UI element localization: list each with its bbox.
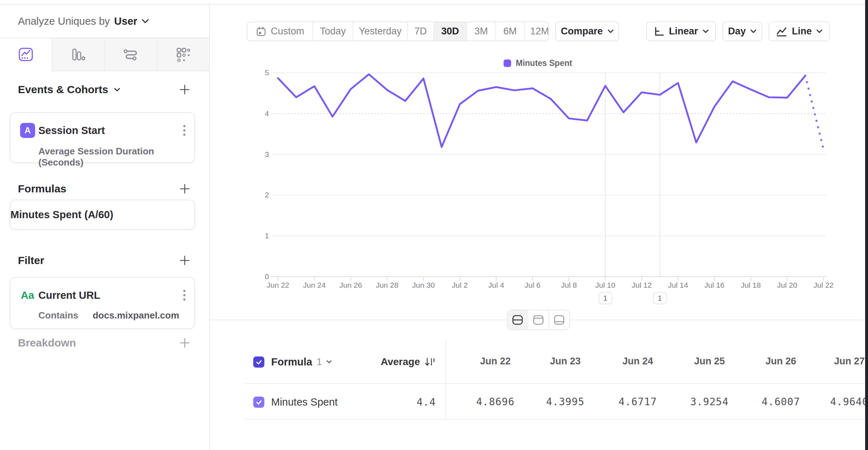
x-tick-label: Jul 16 <box>704 281 725 289</box>
filter-options-button[interactable] <box>183 288 187 303</box>
x-tick-label: Jul 12 <box>632 281 652 289</box>
scale-dropdown[interactable]: Linear <box>646 21 716 41</box>
table-date-header-jun-22: Jun 22 <box>456 356 535 367</box>
flow-icon <box>122 46 140 63</box>
x-tick-label: Jul 2 <box>452 281 468 289</box>
retention-grid-icon <box>175 46 192 63</box>
bottom-panel-icon <box>553 315 565 325</box>
table-row-average-value: 4.4 <box>344 393 436 411</box>
filter-title: Filter <box>18 254 44 267</box>
add-event-button[interactable] <box>178 82 192 97</box>
date-range-selector: CustomTodayYesterday7D30D3M6M12M <box>247 21 549 41</box>
tab-insights-line[interactable] <box>0 38 52 71</box>
checkmark-icon <box>255 358 263 366</box>
table-column-divider <box>445 340 446 419</box>
event-options-button[interactable] <box>183 124 187 138</box>
filter-property-name[interactable]: Current URL <box>38 288 100 303</box>
layout-split-view-button[interactable] <box>508 310 528 329</box>
x-tick-label: Jun 24 <box>303 281 326 289</box>
table-group-header[interactable]: Formula 1 <box>271 353 332 370</box>
date-range-7d[interactable]: 7D <box>407 22 433 40</box>
event-aggregation[interactable]: Average Session Duration (Seconds) <box>38 146 194 168</box>
table-date-header-jun-27: Jun 27 <box>810 356 868 367</box>
filter-operator[interactable]: Contains <box>38 310 78 321</box>
plus-icon <box>179 183 191 195</box>
date-range-label: Today <box>320 26 346 37</box>
row-checkbox[interactable] <box>253 397 264 408</box>
date-range-label: 12M <box>530 26 549 37</box>
select-all-checkbox[interactable] <box>253 356 264 368</box>
chevron-down-icon <box>816 29 822 33</box>
date-range-label: 6M <box>503 26 517 37</box>
filter-condition-row: Contains docs.mixpanel.com <box>38 310 179 321</box>
date-range-6m[interactable]: 6M <box>495 22 524 40</box>
date-range-today[interactable]: Today <box>312 22 353 40</box>
tab-bar-chart[interactable] <box>52 38 104 71</box>
series-line-incomplete-segment <box>805 76 824 149</box>
analyze-uniques-row: Analyze Uniques by User <box>18 13 149 29</box>
date-range-custom[interactable]: Custom <box>247 22 312 40</box>
layout-table-only-button[interactable] <box>548 310 569 329</box>
granularity-dropdown[interactable]: Day <box>722 21 762 41</box>
date-range-label: Yesterday <box>359 26 401 37</box>
group-header-index: 1 <box>316 356 322 368</box>
compare-button[interactable]: Compare <box>555 21 619 41</box>
bar-chart-icon <box>70 46 86 63</box>
formulas-header: Formulas <box>18 181 66 197</box>
date-range-12m[interactable]: 12M <box>524 22 549 40</box>
table-row-divider <box>245 419 865 420</box>
y-tick-label-3: 3 <box>265 150 269 158</box>
table-cell-value: 4.6717 <box>598 396 677 408</box>
date-range-label: 7D <box>414 26 427 37</box>
sort-descending-icon <box>424 357 436 367</box>
y-tick-label-2: 2 <box>265 191 269 199</box>
compare-label: Compare <box>561 26 603 37</box>
linear-scale-icon <box>654 27 664 37</box>
table-date-header-jun-24: Jun 24 <box>598 356 677 367</box>
x-tick-label: Jul 10 <box>595 281 615 289</box>
add-filter-button[interactable] <box>178 253 192 268</box>
y-tick-label-0: 0 <box>265 272 269 281</box>
formula-name[interactable]: Minutes Spent (A/60) <box>10 200 194 229</box>
date-range-30d[interactable]: 30D <box>433 22 466 40</box>
tab-flow[interactable] <box>104 38 157 71</box>
chart-legend[interactable]: Minutes Spent <box>504 58 572 68</box>
insights-line-chart-icon <box>18 46 34 63</box>
layout-chart-only-button[interactable] <box>528 310 548 329</box>
chart-type-dropdown[interactable]: Line <box>769 21 830 41</box>
events-cohorts-header: Events & Cohorts <box>18 82 120 97</box>
event-card-session-start[interactable]: A Session Start Average Session Duration… <box>10 112 195 163</box>
add-formula-button[interactable] <box>178 182 192 196</box>
table-cell-value: 4.6007 <box>741 396 820 408</box>
filter-card-current-url[interactable]: Aa Current URL Contains docs.mixpanel.co… <box>10 277 195 329</box>
plus-icon <box>179 254 191 267</box>
x-tick-label: Jul 6 <box>525 281 541 289</box>
x-tick-label: Jul 8 <box>561 281 577 289</box>
annotation-marker-Jul 10[interactable]: 1 <box>599 292 612 304</box>
average-column-header[interactable]: Average <box>344 353 436 370</box>
add-breakdown-button[interactable] <box>178 336 192 350</box>
table-header-divider <box>245 383 865 384</box>
calendar-icon <box>256 26 266 37</box>
chevron-down-icon <box>326 360 332 364</box>
table-row-series-name[interactable]: Minutes Spent <box>271 393 338 411</box>
x-tick-label: Jun 30 <box>412 281 435 289</box>
filter-value[interactable]: docs.mixpanel.com <box>93 310 179 321</box>
annotation-marker-Jul 13[interactable]: 1 <box>653 292 667 304</box>
kebab-menu-icon <box>183 289 186 302</box>
query-builder-sidebar: Analyze Uniques by User <box>0 5 210 450</box>
chevron-down-icon[interactable] <box>114 88 120 92</box>
split-view-icon <box>512 315 523 325</box>
date-range-yesterday[interactable]: Yesterday <box>353 22 407 40</box>
event-name[interactable]: Session Start <box>38 123 105 138</box>
visualization-tabs <box>0 38 209 71</box>
layout-toggle-group <box>507 310 570 330</box>
plus-icon <box>179 337 191 349</box>
table-date-header-jun-26: Jun 26 <box>741 356 820 367</box>
chevron-down-icon <box>703 29 709 33</box>
date-range-3m[interactable]: 3M <box>466 22 495 40</box>
chevron-down-icon[interactable] <box>142 19 149 24</box>
analyze-by-value-dropdown[interactable]: User <box>114 15 137 27</box>
formula-card[interactable]: Minutes Spent (A/60) <box>10 200 195 230</box>
tab-retention[interactable] <box>157 38 209 71</box>
